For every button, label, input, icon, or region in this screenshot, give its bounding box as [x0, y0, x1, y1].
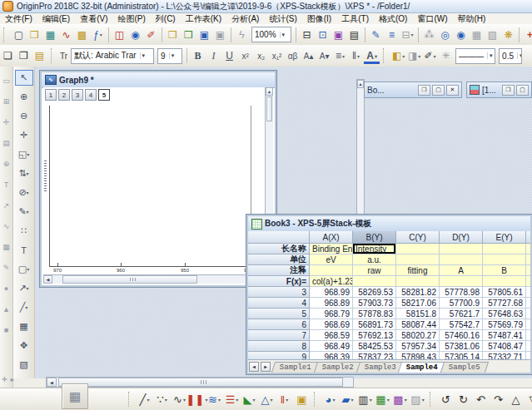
workbook-title-bar[interactable]: Book3 - XPS-5屏Stack-模板 [248, 216, 530, 232]
menu-item[interactable]: 统计(S) [264, 13, 301, 25]
edit-button[interactable]: ✐ [143, 27, 159, 42]
cell[interactable] [483, 244, 526, 254]
menu-item[interactable]: 窗口(W) [412, 13, 452, 25]
increase-font-button[interactable]: A▴ [301, 48, 316, 64]
menu-item[interactable]: 帮助(H) [453, 13, 491, 25]
cell[interactable] [526, 319, 530, 330]
cell[interactable]: 57648.63 [483, 309, 526, 319]
ternary-plot-button[interactable]: △ [258, 391, 276, 408]
graph-window[interactable]: ∿ Graph9 * 12345 970960950940 ▲ ◀ [40, 71, 276, 287]
title-bar[interactable]: OriginPro 2018C 32-bit (Administrator) -… [0, 0, 532, 13]
sheet-tab[interactable]: Sample4 [398, 362, 446, 373]
cell[interactable]: 57700.9 [440, 298, 483, 309]
save-project-button[interactable]: ▣ [196, 27, 212, 42]
pattern-button[interactable]: ◨ [406, 48, 422, 64]
screen-reader-tool[interactable]: ✛ [15, 127, 33, 143]
import-wizard-button[interactable]: ϟ [234, 27, 250, 42]
project-explorer-button[interactable]: ⁂ [421, 27, 437, 42]
add-new-column-button[interactable]: + [522, 27, 532, 42]
cell[interactable]: 57460.16 [440, 330, 483, 341]
screen-capture-button[interactable]: ▣ [331, 27, 346, 42]
row-header-comments[interactable]: 注释 [248, 265, 310, 276]
cell[interactable] [353, 276, 396, 287]
arrow-icon[interactable]: ↗ [1, 199, 12, 211]
increase-perspective-button[interactable]: △ [507, 391, 525, 408]
greek-button[interactable]: αβ [285, 48, 301, 64]
new-graph-button[interactable]: ∿ [58, 27, 74, 42]
cell[interactable] [440, 244, 483, 254]
cell[interactable]: 58425.53 [353, 341, 396, 352]
line-tool[interactable]: ╱ [15, 299, 33, 315]
slide-view-button[interactable]: ◉ [127, 27, 143, 42]
layer-button[interactable]: 1 [45, 89, 57, 101]
snap-layer-button[interactable]: ≡ [384, 27, 400, 42]
sheet-tab[interactable]: Sample3 [356, 362, 405, 373]
cell[interactable]: 968.49 [310, 341, 353, 352]
cell[interactable] [526, 254, 530, 265]
video-builder-button[interactable]: ▤ [346, 27, 362, 42]
column-header[interactable]: A(X) [310, 231, 353, 244]
cell[interactable]: 58151.8 [396, 309, 440, 319]
tilt-right-button[interactable]: ↷ [490, 391, 507, 408]
menu-item[interactable]: 文件(F) [0, 13, 37, 25]
save-template-button[interactable]: ▣ [212, 27, 228, 42]
workbook-window[interactable]: Book3 - XPS-5屏Stack-模板 A(X)B(Y)C(Y)D(Y)E… [246, 215, 532, 374]
green-marker-icon[interactable]: ■ [1, 324, 12, 336]
row-header[interactable]: 5 [248, 309, 310, 319]
paste-button[interactable]: ▤ [32, 48, 47, 64]
layer-button[interactable]: 2 [58, 89, 70, 101]
tab-scroll-right-button[interactable]: ▶ [261, 362, 271, 372]
decrease-perspective-button[interactable]: ▽ [525, 391, 532, 408]
cell[interactable]: 58269.53 [353, 287, 396, 298]
cell[interactable]: 58087.44 [396, 319, 440, 330]
plot-3d-button[interactable]: ▰ [339, 391, 356, 408]
maximize-button[interactable]: ▢ [516, 85, 529, 96]
cell[interactable]: 968.59 [310, 330, 353, 341]
cell[interactable]: eV [310, 254, 353, 265]
cell[interactable]: a.u. [353, 254, 396, 265]
cell[interactable] [396, 276, 440, 287]
cell[interactable] [526, 265, 530, 276]
new-layout-button[interactable]: ◫ [112, 27, 127, 42]
menu-item[interactable]: 工作表(K) [181, 13, 226, 25]
menu-item[interactable]: 分析(A) [226, 13, 264, 25]
cell[interactable]: 968.89 [310, 298, 353, 309]
cell[interactable] [526, 244, 530, 254]
font-color-button[interactable]: A [364, 48, 380, 64]
cell[interactable] [483, 276, 526, 287]
bar-3d-button[interactable]: ▥ [356, 391, 374, 408]
cell[interactable]: 57621.7 [440, 309, 483, 319]
format-painter-button[interactable]: ❏ [0, 48, 16, 64]
graph-canvas[interactable]: 12345 970960950940 [43, 87, 265, 274]
curve-icon[interactable]: ∿ [1, 220, 12, 232]
cell[interactable]: 57692.13 [353, 330, 396, 341]
zoom-in-tool[interactable]: ⊕ [15, 89, 33, 105]
new-matrix-button[interactable]: ▩ [74, 27, 90, 42]
cell[interactable]: fitting [396, 265, 440, 276]
cell[interactable]: col(a)+1.23 [310, 276, 353, 287]
mask-tool[interactable]: ⊘ [15, 185, 33, 200]
menu-item[interactable]: 格式(O) [374, 13, 412, 25]
fill-color-button[interactable]: ◧ [390, 48, 406, 64]
draw-data-tool[interactable]: ✎ [15, 204, 33, 220]
zoom-level-combo[interactable]: 100% [251, 27, 291, 42]
cell[interactable] [526, 276, 530, 287]
subscript-button[interactable]: x₂ [253, 48, 269, 64]
insert-graph-tool[interactable]: ∿ [15, 376, 33, 378]
scatter-plot-button[interactable]: ∵ [153, 391, 171, 408]
cell[interactable]: 57408.47 [483, 341, 526, 352]
stock-plot-button[interactable]: ‖ [276, 391, 293, 408]
italic-button[interactable]: I [206, 48, 221, 64]
copy-button[interactable]: ❐ [16, 48, 32, 64]
menu-item[interactable]: 绘图(P) [112, 13, 150, 25]
new-project-button[interactable]: ▢ [11, 27, 27, 42]
command-window-button[interactable]: ▧ [485, 27, 500, 42]
row-header[interactable]: 3 [248, 287, 310, 298]
cell[interactable]: 968.69 [310, 319, 353, 330]
close-button[interactable]: ✕ [446, 85, 459, 96]
layer-button[interactable]: 3 [72, 89, 83, 101]
crosshair-icon[interactable]: ✛ [1, 116, 12, 128]
cell[interactable] [526, 298, 530, 309]
pen-icon[interactable]: ✎ [1, 261, 12, 274]
pan-tool[interactable]: ✥ [15, 338, 33, 353]
